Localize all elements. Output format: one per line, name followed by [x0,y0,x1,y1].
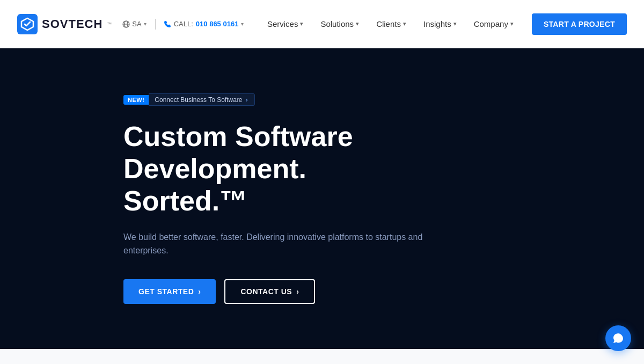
globe-icon [122,20,130,28]
get-started-button[interactable]: GET STARTED › [123,279,216,304]
nav-clients-label: Clients [376,19,401,28]
bottom-section [0,349,644,364]
company-chevron: ▾ [510,20,514,27]
phone-icon [164,20,171,27]
hero-section: NEW! Connect Business To Software › Cust… [0,48,644,349]
nav-services-label: Services [267,19,298,28]
navbar-divider [155,19,156,30]
new-badge-link-text: Connect Business To Software [155,96,242,104]
nav-services[interactable]: Services ▾ [260,15,311,33]
new-badge-row: NEW! Connect Business To Software › [123,93,499,106]
contact-us-arrow: › [296,287,299,296]
navbar-left: SOVTECH™ SA ▾ CALL: 010 865 0161 ▾ [17,14,244,34]
contact-us-label: CONTACT US [240,287,292,296]
nav-insights-label: Insights [423,19,451,28]
region-selector[interactable]: SA ▾ [122,20,146,28]
sovtech-logo-icon [17,14,38,34]
nav-insights[interactable]: Insights ▾ [416,15,464,33]
solutions-chevron: ▾ [356,20,359,27]
call-chevron: ▾ [241,21,244,27]
contact-us-button[interactable]: CONTACT US › [224,279,315,304]
nav-company-label: Company [474,19,508,28]
nav-solutions[interactable]: Solutions ▾ [313,15,367,33]
nav-solutions-label: Solutions [320,19,354,28]
new-badge-arrow: › [246,96,248,104]
region-label: SA [132,20,141,28]
hero-title-line1: Custom Software Development. [123,121,353,184]
logo[interactable]: SOVTECH™ [17,14,112,34]
hero-title: Custom Software Development. Sorted.™ [123,121,499,217]
services-chevron: ▾ [300,20,303,27]
get-started-label: GET STARTED [138,287,194,296]
logo-text: SOVTECH [42,17,103,31]
navbar: SOVTECH™ SA ▾ CALL: 010 865 0161 ▾ [0,0,644,48]
call-number[interactable]: 010 865 0161 [196,20,239,28]
call-info: CALL: 010 865 0161 ▾ [164,20,244,28]
navbar-meta: SA ▾ CALL: 010 865 0161 ▾ [122,19,244,30]
chat-bubble[interactable] [605,325,631,351]
hero-subtitle: We build better software, faster. Delive… [123,230,424,258]
get-started-arrow: › [198,287,201,296]
nav-company[interactable]: Company ▾ [466,15,521,33]
region-chevron: ▾ [144,21,147,27]
new-badge: NEW! [123,95,149,105]
nav-clients[interactable]: Clients ▾ [369,15,414,33]
new-badge-link[interactable]: Connect Business To Software › [149,93,255,106]
logo-tm: ™ [107,21,112,27]
hero-buttons: GET STARTED › CONTACT US › [123,279,499,304]
hero-title-line2: Sorted.™ [123,185,247,216]
start-project-button[interactable]: START A PROJECT [532,13,627,35]
hero-content: NEW! Connect Business To Software › Cust… [123,93,499,304]
clients-chevron: ▾ [403,20,406,27]
navbar-right: Services ▾ Solutions ▾ Clients ▾ Insight… [260,13,627,35]
insights-chevron: ▾ [453,20,457,27]
call-label: CALL: [174,20,193,28]
chat-icon [612,332,624,344]
